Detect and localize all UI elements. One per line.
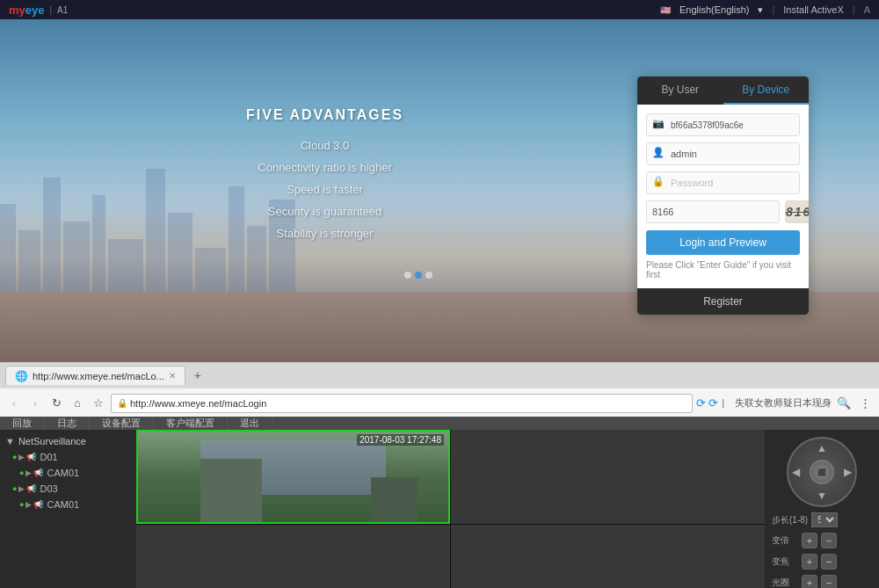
camera-icon: 📷 [652,118,666,132]
focus-in-button[interactable]: + [802,554,817,570]
refresh-button[interactable]: ↻ [47,395,65,412]
login-tabs: By User By Device [637,76,809,105]
browser-bar: 🌐 http://www.xmeye.net/macLo... ✕ + ‹ › … [0,362,879,417]
password-input[interactable] [671,178,794,188]
tree-node-d03[interactable]: ● ▶ 📢 D03 [0,481,136,497]
tab-by-device[interactable]: By Device [723,76,810,105]
zoom-in-button[interactable]: + [802,533,817,548]
video-cell-3[interactable] [136,525,450,588]
back-button[interactable]: ‹ [5,395,23,412]
register-bar[interactable]: Register [637,288,809,315]
app-content: ▼ NetSurveillance ● ▶ 📢 D01 ● ▶ 📢 CA [0,430,879,588]
video-cell-4[interactable] [451,525,765,588]
video-timestamp-1: 2017-08-03 17:27:48 [357,434,444,446]
iris-in-button[interactable]: + [802,575,817,588]
browser-tab-label: http://www.xmeye.net/macLo... [33,371,164,381]
browser-nav: ‹ › ↻ ⌂ ☆ 🔒 http://www.xmeye.net/macLogi… [0,388,879,417]
focus-control-row: 变焦 + − [768,554,875,570]
advantage-item-3: Speed is faster [246,183,403,196]
advantages-title: FIVE ADVANTAGES [246,107,403,123]
hero-section: FIVE ADVANTAGES Cloud 3.0 Connectivity r… [0,19,879,362]
dot-2[interactable] [415,272,422,279]
advantage-item-2: Connectivity ratio is higher [246,161,403,174]
dot-3[interactable] [425,272,432,279]
install-activex-link[interactable]: Install ActiveX [783,4,843,15]
browser-search-button[interactable]: 🔍 [835,395,853,412]
city-silhouette [0,151,483,309]
address-text: http://www.xmeye.net/macLogin [130,398,266,409]
iris-out-button[interactable]: − [821,575,837,588]
advantage-item-5: Stability is stronger [246,227,403,240]
tree-root-node[interactable]: ▼ NetSurveillance [0,433,136,449]
menu-client-config[interactable]: 客户端配置 [154,417,228,430]
focus-label: 变焦 [772,555,798,568]
focus-out-button[interactable]: − [821,554,837,570]
browser-extra-icons: ⟳ ⟳ [696,396,718,410]
tree-node-icons-cam01: ● ▶ 📢 [19,468,43,477]
browser-menu-button[interactable]: ⋮ [856,395,874,412]
lang-chevron-icon[interactable]: ▾ [758,4,763,16]
forward-button[interactable]: › [26,395,44,412]
address-bar[interactable]: 🔒 http://www.xmeye.net/macLogin [111,394,693,413]
login-preview-button[interactable]: Login and Preview [646,230,800,255]
tree-label-cam01b: CAM01 [47,499,79,510]
ptz-down-button[interactable]: ▼ [817,490,827,502]
tab-by-user[interactable]: By User [637,76,723,105]
top-right-area: 🇺🇸 English(English) ▾ | Install ActiveX … [660,4,870,16]
logo-area: myeye | A1 [9,4,68,17]
video-cell-1[interactable]: 2017-08-03 17:27:48 [136,430,450,524]
tree-node-icons-d03: ● ▶ 📢 [12,484,36,493]
app-menu: 回放 日志 设备配置 客户端配置 退出 [0,417,879,430]
refresh-icon-1[interactable]: ⟳ [696,396,706,410]
tree-label-d03: D03 [40,483,57,494]
username-input[interactable] [671,149,794,159]
top-bar: myeye | A1 🇺🇸 English(English) ▾ | Insta… [0,0,879,19]
iris-control-row: 光圈 + − [768,575,875,588]
captcha-image[interactable]: 8166 [785,200,809,223]
captcha-row: 8166 [646,200,800,223]
captcha-input[interactable] [646,200,780,223]
tree-root-label: NetSurveillance [18,436,86,446]
tab-close-icon[interactable]: ✕ [169,371,176,381]
bookmark-button[interactable]: ☆ [90,395,107,412]
speaker-icon-cam01b: 📢 [33,500,43,509]
home-button[interactable]: ⌂ [69,395,86,412]
menu-device-config[interactable]: 设备配置 [90,417,154,430]
ptz-up-button[interactable]: ▲ [817,442,827,454]
record-icon-cam01: ● [19,468,24,477]
tree-node-icons-d01: ● ▶ 📢 [12,453,36,461]
tree-node-d01[interactable]: ● ▶ 📢 D01 [0,449,136,465]
step-control-row: 步长(1-8) 5 1 2 3 4 6 7 8 [768,512,875,527]
play-icon-d03: ▶ [18,484,25,493]
user-icon: 👤 [652,147,666,161]
ptz-center-icon: ⬛ [817,468,826,476]
refresh-icon-2[interactable]: ⟳ [708,396,718,410]
ptz-center-button[interactable]: ⬛ [810,460,834,484]
tree-node-icons-cam01b: ● ▶ 📢 [19,500,43,509]
tree-node-cam01[interactable]: ● ▶ 📢 CAM01 [0,465,136,481]
menu-exit[interactable]: 退出 [228,417,272,430]
zoom-control-row: 变倍 + − [768,533,875,548]
speaker-icon-d01: 📢 [26,453,36,461]
lang-label[interactable]: English(English) [679,4,749,15]
ptz-right-button[interactable]: ▶ [844,466,852,478]
login-hint: Please Click "Enter Guide" if you visit … [646,260,800,279]
ptz-outer: ▲ ▼ ◀ ▶ ⬛ [787,437,857,507]
logo: myeye [9,4,45,17]
advantage-item-1: Cloud 3.0 [246,139,403,152]
menu-playback[interactable]: 回放 [0,417,45,430]
video-cell-2[interactable] [451,430,765,524]
dot-1[interactable] [404,272,411,279]
browser-tab[interactable]: 🌐 http://www.xmeye.net/macLo... ✕ [5,366,185,385]
play-icon-cam01: ▶ [25,468,32,477]
menu-log[interactable]: 日志 [45,417,90,430]
login-form-body: 📷 👤 🔒 8166 Login and Preview Please Clic… [637,105,809,288]
ptz-left-button[interactable]: ◀ [792,466,800,478]
serial-input[interactable] [671,120,794,130]
new-tab-button[interactable]: + [189,367,207,384]
zoom-out-button[interactable]: − [821,533,837,548]
tree-node-cam01b[interactable]: ● ▶ 📢 CAM01 [0,497,136,512]
lock-icon: 🔒 [652,176,666,190]
secure-icon: 🔒 [117,398,127,408]
step-select[interactable]: 5 1 2 3 4 6 7 8 [811,512,838,527]
